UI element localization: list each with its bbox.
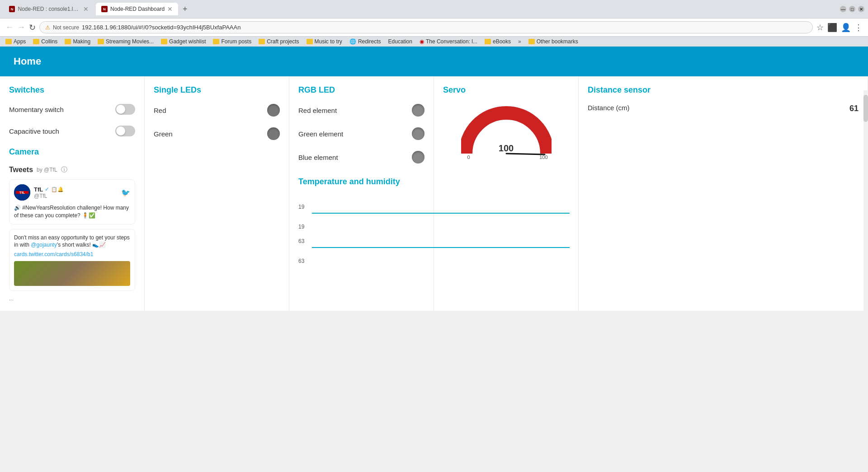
tab-close-button[interactable]: ✕	[83, 5, 89, 13]
bookmark-apps[interactable]: Apps	[5, 38, 26, 45]
bookmark-forum[interactable]: Forum posts	[213, 38, 251, 45]
tweets-by-label: by @TfL	[37, 167, 57, 173]
distance-sensor-title: Distance sensor	[588, 85, 859, 95]
tab-label: Node-RED : console1.local	[18, 6, 80, 12]
toggle-knob	[116, 126, 125, 136]
distance-label: Distance (cm)	[588, 104, 630, 113]
tweet-username: TfL	[34, 186, 43, 193]
bookmark-streaming[interactable]: Streaming Movies...	[98, 38, 154, 45]
capacitive-touch-row: Capacitive touch	[9, 126, 135, 136]
bookmark-redirects[interactable]: 🌐 Redirects	[349, 38, 381, 45]
green-element-label: Green element	[298, 130, 343, 138]
page-header: Home	[0, 47, 868, 76]
back-button[interactable]: ←	[5, 23, 14, 32]
switches-section: Switches Momentary switch Capacitive tou…	[0, 76, 145, 311]
green-led-label: Green	[154, 130, 173, 138]
momentary-switch-toggle[interactable]	[115, 104, 135, 115]
window-maximize-button[interactable]: □	[849, 6, 855, 12]
temp-value-4: 63	[298, 258, 304, 264]
scrollbar-thumb[interactable]	[863, 95, 868, 122]
folder-icon	[5, 39, 12, 44]
folder-icon	[65, 39, 71, 44]
gauge-max-label: 100	[539, 154, 547, 160]
bookmark-ebooks[interactable]: eBooks	[485, 38, 511, 45]
bookmark-craft[interactable]: Craft projects	[259, 38, 299, 45]
forward-button[interactable]: →	[17, 23, 25, 32]
tweets-header: Tweets by @TfL ⓘ	[9, 166, 135, 174]
twitter-bird-icon: 🐦	[121, 188, 130, 197]
url-text: 192.168.1.96:1880/ui/#!/0?socketid=93ych…	[82, 24, 241, 31]
menu-icon[interactable]: ⋮	[854, 23, 863, 33]
tweet-user-info: TfL ✓ 📋🔔 @TfL	[34, 186, 64, 199]
tab-nodered-dashboard[interactable]: N Node-RED Dashboard ✕	[96, 3, 178, 15]
folder-icon	[528, 39, 535, 44]
scrollbar[interactable]	[863, 90, 868, 311]
tweet-image	[14, 261, 130, 286]
bookmark-conversation[interactable]: ◉ The Conversation: l...	[420, 38, 477, 45]
svg-text:TfL: TfL	[19, 191, 25, 195]
bookmark-making[interactable]: Making	[65, 38, 90, 45]
servo-title: Servo	[443, 85, 569, 95]
green-led-indicator[interactable]	[267, 127, 280, 140]
folder-icon	[33, 39, 39, 44]
address-bar: ← → ↻ ⚠ Not secure 192.168.1.96:1880/ui/…	[0, 18, 868, 36]
tweet-text-1: 🔊 #NewYearsResolution challenge! How man…	[14, 204, 130, 220]
momentary-switch-label: Momentary switch	[9, 106, 64, 113]
bookmark-music[interactable]: Music to try	[307, 38, 342, 45]
verified-icon: ✓	[45, 186, 49, 192]
tweet-more: ...	[9, 295, 135, 302]
tweets-section: Tweets by @TfL ⓘ TfL Tf	[9, 166, 135, 302]
tweet-link-gojaunty[interactable]: @gojaunty	[31, 242, 57, 248]
nodered-icon: N	[9, 6, 15, 12]
distance-value: 61	[849, 104, 859, 113]
red-led-row: Red	[154, 104, 280, 117]
window-minimize-button[interactable]: —	[840, 6, 846, 12]
tab-nodered-console[interactable]: N Node-RED : console1.local ✕	[4, 3, 94, 15]
capacitive-touch-toggle[interactable]	[115, 126, 135, 136]
red-element-indicator[interactable]	[412, 104, 425, 117]
gauge-min-label: 0	[467, 154, 470, 160]
tweet-emoji: 📋🔔	[51, 187, 64, 192]
folder-icon	[259, 39, 265, 44]
star-icon[interactable]: ☆	[816, 23, 824, 33]
bookmarks-more-button[interactable]: »	[518, 38, 521, 45]
conversation-icon: ◉	[420, 38, 424, 45]
momentary-switch-row: Momentary switch	[9, 104, 135, 115]
bookmark-other[interactable]: Other bookmarks	[528, 38, 578, 45]
tab-dashboard-label: Node-RED Dashboard	[110, 6, 165, 12]
bookmark-gadget[interactable]: Gadget wishlist	[161, 38, 206, 45]
bookmark-collins[interactable]: Collins	[33, 38, 57, 45]
tweet-link-cards[interactable]: cards.twitter.com/cards/s6834/b1	[14, 251, 93, 257]
tweet-text-2: Don't miss an easy opportunity to get yo…	[14, 234, 130, 249]
temp-value-3: 63	[298, 238, 307, 244]
svg-line-3	[506, 154, 545, 154]
tweet-user: TfL TfL ✓ 📋🔔 @TfL 🐦	[14, 184, 130, 201]
green-element-indicator[interactable]	[412, 127, 425, 140]
profile-icon[interactable]: 👤	[841, 23, 851, 33]
gauge-value: 100	[499, 143, 514, 154]
bookmark-education[interactable]: Education	[388, 38, 412, 45]
folder-icon	[485, 39, 491, 44]
window-close-button[interactable]: ✕	[858, 6, 864, 12]
distance-row: Distance (cm) 61	[588, 104, 859, 113]
tweet-handle: @TfL	[34, 193, 64, 199]
temp-row-3: 63	[298, 234, 570, 248]
red-led-indicator[interactable]	[267, 104, 280, 117]
tfl-logo: TfL	[14, 184, 30, 201]
extensions-icon[interactable]: ⬛	[827, 23, 837, 33]
info-icon[interactable]: ⓘ	[61, 166, 67, 174]
tweet-card-1: TfL TfL ✓ 📋🔔 @TfL 🐦 🔊 #NewYearsResolutio…	[9, 179, 135, 224]
tweets-title: Tweets	[9, 166, 33, 174]
folder-icon	[213, 39, 219, 44]
temp-row-1: 19	[298, 200, 570, 214]
globe-icon: 🌐	[349, 38, 356, 45]
reload-button[interactable]: ↻	[29, 23, 36, 33]
toggle-knob	[116, 105, 125, 114]
url-input[interactable]: ⚠ Not secure 192.168.1.96:1880/ui/#!/0?s…	[39, 21, 813, 33]
blue-element-indicator[interactable]	[412, 151, 425, 164]
new-tab-button[interactable]: +	[180, 5, 190, 14]
folder-icon	[98, 39, 104, 44]
tab-dashboard-close-button[interactable]: ✕	[167, 5, 173, 13]
green-element-row: Green element	[298, 127, 425, 140]
folder-icon	[161, 39, 167, 44]
